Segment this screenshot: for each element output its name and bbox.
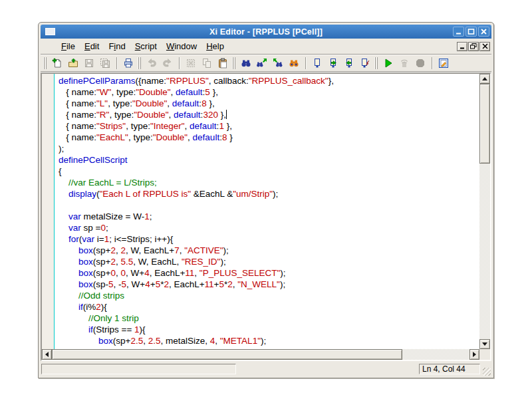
left-arrow-icon bbox=[45, 352, 49, 357]
toolbar-gripper[interactable] bbox=[43, 57, 47, 69]
find-next-button[interactable] bbox=[255, 56, 269, 70]
mdi-restore-button[interactable] bbox=[468, 42, 479, 51]
find-button[interactable] bbox=[239, 56, 253, 70]
maximize-icon bbox=[467, 29, 475, 35]
paste-button[interactable] bbox=[215, 56, 230, 70]
code-line: { bbox=[59, 166, 479, 177]
code-text-area[interactable]: definePCellParams({name:"RPPLUS", callba… bbox=[42, 74, 479, 349]
paste-icon bbox=[217, 58, 228, 68]
code-line: for(var i=1; i<=Strips; i++){ bbox=[59, 233, 479, 245]
redo-button[interactable] bbox=[160, 56, 175, 70]
vertical-scrollbar[interactable] bbox=[479, 74, 490, 349]
code-line: { name:"Strips", type:"Integer", default… bbox=[59, 120, 479, 132]
resize-grip[interactable] bbox=[483, 368, 491, 376]
undo-button[interactable] bbox=[144, 56, 159, 70]
up-arrow-icon bbox=[482, 77, 487, 80]
clear-bookmarks-button[interactable] bbox=[358, 56, 372, 70]
save-all-button[interactable] bbox=[98, 56, 112, 70]
mdi-minimize-icon bbox=[460, 43, 466, 49]
mdi-minimize-button[interactable] bbox=[457, 42, 467, 51]
toolbar-separator bbox=[305, 57, 306, 69]
menu-edit[interactable]: Edit bbox=[80, 39, 104, 53]
save-button[interactable] bbox=[82, 56, 96, 70]
minimize-button[interactable] bbox=[453, 27, 464, 37]
next-bookmark-button[interactable] bbox=[326, 56, 340, 70]
code-line: if(i%2){ bbox=[59, 301, 479, 313]
horizontal-scrollbar[interactable] bbox=[42, 349, 479, 360]
scroll-left-button[interactable] bbox=[42, 349, 52, 360]
stop-button[interactable] bbox=[413, 56, 428, 70]
menu-help[interactable]: Help bbox=[201, 39, 229, 53]
code-line: //Only 1 strip bbox=[59, 313, 479, 324]
toolbar-gripper[interactable] bbox=[374, 57, 378, 69]
find-next-icon bbox=[257, 58, 267, 68]
code-line: display("Each L of RPPLUS is" &EachL &"u… bbox=[59, 188, 479, 200]
code-line: { name:"EachL", type:"Double", default:8… bbox=[59, 132, 479, 143]
open-file-button[interactable] bbox=[66, 56, 80, 70]
toggle-bookmark-button[interactable] bbox=[310, 56, 325, 70]
horizontal-scroll-thumb[interactable] bbox=[52, 349, 402, 360]
menu-find[interactable]: Find bbox=[104, 39, 130, 53]
script-editor-button[interactable] bbox=[436, 56, 451, 70]
mdi-close-icon bbox=[482, 43, 488, 49]
redo-icon bbox=[162, 58, 173, 68]
code-line bbox=[59, 200, 479, 211]
save-icon bbox=[84, 58, 94, 68]
toolbar-separator bbox=[179, 57, 180, 69]
code-line: var metalSize = W-1; bbox=[59, 211, 479, 222]
find-prev-button[interactable] bbox=[271, 56, 285, 70]
code-line: var sp =0; bbox=[59, 222, 479, 233]
toolbar-gripper[interactable] bbox=[138, 57, 141, 69]
titlebar[interactable]: Xi Editor - [RPPLUS [PCell]] bbox=[41, 25, 491, 39]
code-line: box(sp+2, 5.5, W, EachL, "RES_ID"); bbox=[59, 256, 479, 267]
print-button[interactable] bbox=[121, 56, 136, 70]
toolbar-separator bbox=[432, 57, 432, 69]
maximize-button[interactable] bbox=[466, 27, 477, 37]
code-line: definePCellParams({name:"RPPLUS", callba… bbox=[59, 75, 479, 86]
mdi-close-button[interactable] bbox=[479, 42, 490, 51]
menu-window[interactable]: Window bbox=[162, 39, 201, 53]
code-line: //var EachL = L/Strips; bbox=[59, 177, 479, 188]
find-in-files-button[interactable] bbox=[287, 56, 301, 70]
new-file-button[interactable] bbox=[50, 56, 65, 70]
toolbar-gripper[interactable] bbox=[232, 57, 235, 69]
minimize-icon bbox=[455, 29, 462, 35]
menu-file[interactable]: File bbox=[57, 39, 80, 53]
toolbar bbox=[41, 55, 491, 72]
scroll-right-button[interactable] bbox=[469, 349, 479, 360]
code-line: { name:"R", type:"Double", default:320 }… bbox=[59, 109, 479, 120]
interrupt-icon bbox=[399, 58, 410, 68]
next-bookmark-icon bbox=[328, 58, 338, 68]
cut-icon bbox=[186, 58, 196, 68]
code-line: if(Strips == 1){ bbox=[59, 324, 479, 335]
run-script-button[interactable] bbox=[381, 56, 396, 70]
cut-button[interactable] bbox=[184, 56, 198, 70]
stop-icon bbox=[415, 58, 426, 68]
code-line: { name:"L", type:"Double", default:8 }, bbox=[59, 98, 479, 109]
save-all-icon bbox=[100, 58, 110, 68]
open-file-icon bbox=[68, 58, 78, 68]
prev-bookmark-button[interactable] bbox=[342, 56, 356, 70]
find-icon bbox=[241, 58, 251, 68]
copy-icon bbox=[201, 58, 212, 68]
code-line: box(sp+2.5, 2.5, metalSize, 4, "METAL1")… bbox=[59, 335, 479, 346]
code-line: box(sp+0, 0, W+4, EachL+11, "P_PLUS_SELE… bbox=[59, 267, 479, 279]
editor-area: definePCellParams({name:"RPPLUS", callba… bbox=[41, 72, 491, 361]
scroll-up-button[interactable] bbox=[479, 74, 490, 84]
vertical-scroll-thumb[interactable] bbox=[479, 84, 490, 164]
down-arrow-icon bbox=[482, 342, 487, 346]
copy-button[interactable] bbox=[200, 56, 214, 70]
close-button[interactable] bbox=[478, 27, 489, 37]
scroll-down-button[interactable] bbox=[479, 339, 490, 349]
code-line: //Odd strips bbox=[59, 290, 479, 301]
print-icon bbox=[123, 58, 134, 68]
xi-editor-window: Xi Editor - [RPPLUS [PCell]] FileEditFin… bbox=[38, 22, 494, 378]
code-line: box(sp-5, -5, W+4+5*2, EachL+11+5*2, "N_… bbox=[59, 279, 479, 290]
text-caret bbox=[226, 110, 227, 119]
script-editor-icon bbox=[438, 58, 449, 68]
prev-bookmark-icon bbox=[344, 58, 354, 68]
code-line: ); bbox=[59, 143, 479, 154]
undo-icon bbox=[146, 58, 157, 68]
interrupt-button[interactable] bbox=[397, 56, 412, 70]
menu-script[interactable]: Script bbox=[130, 39, 162, 53]
